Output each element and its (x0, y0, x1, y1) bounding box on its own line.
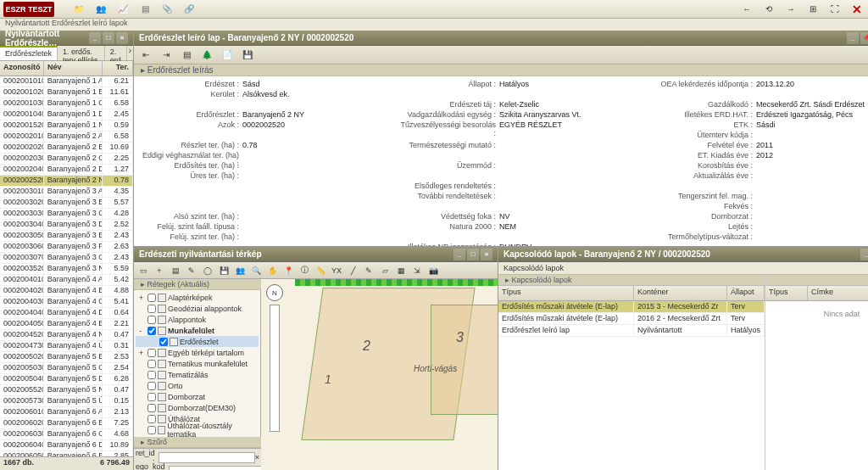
lcol-type[interactable]: Típus (765, 286, 808, 300)
expand-icon[interactable]: ⛶ (827, 2, 843, 17)
table-row[interactable]: 0002004030Baranyajenő 4 C5.41 (0, 297, 133, 308)
rcol-status[interactable]: Állapot (727, 286, 765, 300)
compass-icon[interactable]: N (266, 284, 283, 301)
table-row[interactable]: 0002002010Baranyajenő 2 A6.58 (0, 131, 133, 143)
table-row[interactable]: 0002001010Baranyajenő 1 A6.21 (0, 76, 133, 87)
clip-icon[interactable]: 📎 (159, 2, 175, 17)
layer-item[interactable]: +Egyéb térképi tartalom (136, 347, 259, 358)
table-row[interactable]: 0002006040Baranyajenő 6 D10.89 (0, 440, 133, 451)
next-icon[interactable]: → (783, 2, 798, 17)
tree-icon[interactable]: 👥 (93, 2, 108, 17)
related-row[interactable]: Erdősítés műszaki átvétele (E-lap)2016 2… (498, 313, 765, 325)
m-add-icon[interactable]: + (152, 264, 167, 277)
table-row[interactable]: 0002003010Baranyajenő 3 A4.35 (0, 187, 133, 198)
forest-icon[interactable]: 🌲 (198, 48, 215, 63)
m-edit-icon[interactable]: ✎ (184, 264, 199, 277)
table-row[interactable]: 0002004520Baranyajenő 4 NY0.47 (0, 330, 133, 341)
close-icon[interactable]: ✕ (849, 2, 865, 17)
related-row[interactable]: Erdőrészlet leíró lapNyilvántartottHatál… (498, 325, 765, 337)
layer-tree[interactable]: +Alaptérképek Geodéziai alappontok Alapp… (134, 290, 261, 437)
nav-first-icon[interactable]: ⇤ (137, 48, 154, 63)
parcel-3[interactable] (431, 305, 498, 415)
table-row[interactable]: 0002001520Baranyajenő 1 NY0.59 (0, 120, 133, 131)
m-measure-icon[interactable]: 📏 (313, 264, 328, 277)
layer-item[interactable]: +Alaptérképek (136, 292, 259, 303)
table-row[interactable]: 0002004020Baranyajenő 4 B4.88 (0, 286, 133, 297)
nav-last-icon[interactable]: ⇥ (158, 48, 175, 63)
m-info-icon[interactable]: ⓘ (297, 264, 312, 277)
maximize-icon[interactable]: □ (103, 32, 114, 44)
table-row[interactable]: 0002002030Baranyajenő 2 C2.25 (0, 154, 133, 165)
m-group-icon[interactable]: 👥 (232, 264, 248, 277)
table-row[interactable]: 0002003520Baranyajenő 3 NY5.59 (0, 264, 133, 275)
map-close-icon[interactable]: × (481, 249, 492, 260)
table-row[interactable]: 0002002040Baranyajenő 2 D1.27 (0, 165, 133, 176)
lcol-label[interactable]: Címke (808, 286, 868, 300)
grid-body[interactable]: 0002001010Baranyajenő 1 A6.210002001020B… (0, 76, 133, 456)
m-pin-icon[interactable]: 📍 (281, 264, 296, 277)
m-layers-icon[interactable]: ▤ (168, 264, 183, 277)
table-row[interactable]: 0002002520Baranyajenő 2 NY0.78 (0, 176, 133, 187)
minimize-icon[interactable]: _ (89, 32, 101, 44)
m-zoom-icon[interactable]: 🔍 (248, 264, 264, 277)
zoom-slider[interactable] (270, 305, 280, 432)
layer-item[interactable]: Erdőrészlet (136, 336, 259, 347)
col-header-id[interactable]: Azonosító (0, 61, 44, 76)
m-export-icon[interactable]: ⇲ (409, 264, 425, 277)
m-circle-icon[interactable]: ◯ (200, 264, 215, 277)
rcol-type[interactable]: Típus (498, 286, 634, 300)
map-canvas[interactable]: N 2 3 1 Horti-vágás 52 Scale = 1:8 170 5… (261, 279, 498, 470)
m-cam-icon[interactable]: 📷 (426, 264, 441, 277)
layer-item[interactable]: Tematikus munkafelület (136, 358, 259, 369)
doc2-icon[interactable]: 📄 (219, 48, 236, 63)
table-row[interactable]: 0002005030Baranyajenő 5 C2.54 (0, 363, 133, 374)
prev-icon[interactable]: ← (739, 2, 754, 17)
table-row[interactable]: 0002001020Baranyajenő 1 B11.61 (0, 87, 133, 98)
detail-min-icon[interactable]: _ (847, 32, 859, 44)
col-header-ter[interactable]: Ter. (103, 61, 133, 76)
refresh-icon[interactable]: ⟲ (761, 2, 776, 17)
layer-item[interactable]: Tematizálás (136, 369, 259, 380)
layer-item[interactable]: Úthálózat-útosztály tematika (136, 424, 259, 435)
folder-icon[interactable]: 📁 (71, 2, 86, 17)
table-row[interactable]: 0002003020Baranyajenő 3 B5.57 (0, 198, 133, 209)
table-row[interactable]: 0002005520Baranyajenő 5 NY0.47 (0, 385, 133, 396)
table-row[interactable]: 0002003030Baranyajenő 3 C4.28 (0, 209, 133, 220)
tab-scroll-right-icon[interactable]: › (127, 46, 133, 60)
m-save-icon[interactable]: 💾 (216, 264, 231, 277)
layer-item[interactable]: Alappontok (136, 314, 259, 325)
table-row[interactable]: 0002006030Baranyajenő 6 C4.68 (0, 429, 133, 440)
link-icon[interactable]: 🔗 (181, 2, 197, 17)
m-slash-icon[interactable]: ╱ (345, 264, 360, 277)
chart-icon[interactable]: 📈 (115, 2, 131, 17)
table-row[interactable]: 0002003050Baranyajenő 3 E2.43 (0, 231, 133, 242)
table-row[interactable]: 0002005040Baranyajenő 5 D6.28 (0, 374, 133, 385)
detail-pin-icon[interactable]: 📌 (860, 32, 868, 44)
m-pan-icon[interactable]: ✋ (264, 264, 280, 277)
table-row[interactable]: 0002003040Baranyajenő 3 D2.52 (0, 220, 133, 231)
table-row[interactable]: 0002004050Baranyajenő 4 E2.21 (0, 319, 133, 330)
layer-item[interactable]: Domborzat (136, 391, 259, 402)
m-grid-icon[interactable]: ▦ (393, 264, 409, 277)
filter-input[interactable] (159, 452, 255, 463)
layer-item[interactable]: Domborzat(DEM30) (136, 402, 259, 413)
save-icon[interactable]: 💾 (239, 48, 256, 63)
rcol-container[interactable]: Konténer (634, 286, 727, 300)
table-row[interactable]: 0002004730Baranyajenő 4 ÚT0.31 (0, 341, 133, 352)
table-row[interactable]: 0002001040Baranyajenő 1 D2.45 (0, 109, 133, 120)
table-row[interactable]: 0002002020Baranyajenő 2 B10.69 (0, 143, 133, 154)
related-row[interactable]: Erdősítés műszaki átvétele (E-lap)2015 3… (498, 301, 765, 313)
table-row[interactable]: 0002003070Baranyajenő 3 G2.43 (0, 253, 133, 264)
layer-item[interactable]: Geodéziai alappontok (136, 303, 259, 314)
table-row[interactable]: 0002001030Baranyajenő 1 C6.58 (0, 98, 133, 109)
col-header-name[interactable]: Név (44, 61, 103, 76)
table-row[interactable]: 0002006020Baranyajenő 6 B7.25 (0, 418, 133, 429)
table-row[interactable]: 0002006010Baranyajenő 6 A2.13 (0, 407, 133, 418)
layout-icon[interactable]: ⊞ (805, 2, 821, 17)
layer-item[interactable]: -Munkafelület (136, 325, 259, 336)
filter-clear-icon[interactable]: × (255, 453, 259, 462)
tab-erdoreszletek[interactable]: Erdőrészletek (0, 46, 58, 60)
table-row[interactable]: 0002004040Baranyajenő 4 D0.64 (0, 308, 133, 319)
close-panel-icon[interactable]: × (116, 32, 128, 44)
tab-erd2[interactable]: 2. erd (105, 46, 127, 60)
